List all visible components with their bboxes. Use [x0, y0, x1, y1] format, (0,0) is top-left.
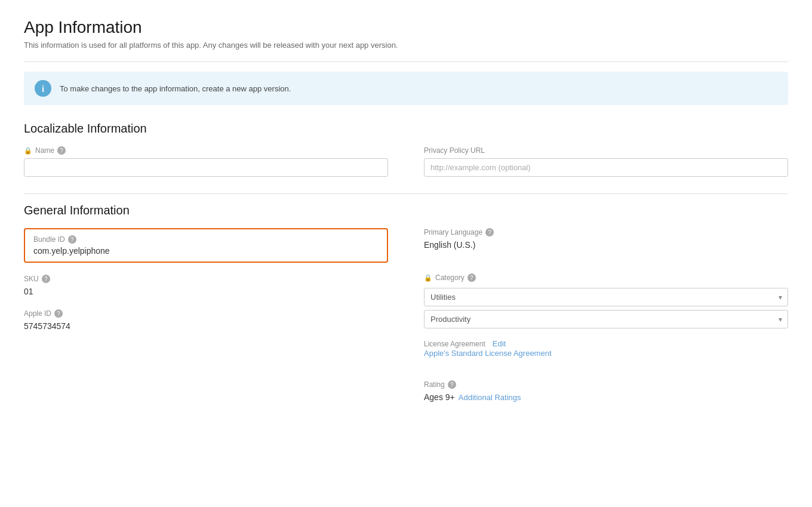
general-section: General Information Bundle ID ? com.yelp…	[24, 204, 788, 415]
info-icon: i	[35, 80, 51, 97]
license-agreement-link[interactable]: Apple's Standard License Agreement	[424, 349, 552, 358]
name-field-group: 🔒 Name ?	[24, 146, 388, 177]
category-help-icon[interactable]: ?	[467, 274, 476, 282]
bundle-id-label: Bundle ID	[33, 235, 65, 244]
sku-label-row: SKU ?	[24, 275, 388, 283]
sku-help-icon[interactable]: ?	[42, 275, 50, 283]
name-help-icon[interactable]: ?	[57, 146, 66, 155]
localizable-fields-grid: 🔒 Name ? Privacy Policy URL	[24, 146, 788, 177]
name-input[interactable]	[24, 158, 388, 177]
sku-value: 01	[24, 285, 388, 297]
privacy-policy-field-group: Privacy Policy URL	[424, 146, 788, 177]
general-fields-grid: Bundle ID ? com.yelp.yelpiphone SKU ? 01	[24, 228, 788, 415]
apple-id-label-row: Apple ID ?	[24, 309, 388, 318]
general-section-title: General Information	[24, 204, 788, 217]
category-select-1[interactable]: Utilities	[424, 288, 788, 306]
sku-field: SKU ? 01	[24, 275, 388, 297]
bundle-id-help-icon[interactable]: ?	[68, 235, 76, 244]
category-select-wrapper: Utilities ▾	[424, 288, 788, 306]
primary-language-label: Primary Language	[424, 228, 482, 236]
rating-value-row: Ages 9+ Additional Ratings	[424, 391, 788, 403]
category-label: Category	[435, 274, 465, 282]
license-field: License Agreement Edit Apple's Standard …	[424, 339, 788, 358]
rating-label-row: Rating ?	[424, 380, 788, 389]
license-link-row: Apple's Standard License Agreement	[424, 348, 788, 358]
additional-ratings-link[interactable]: Additional Ratings	[459, 393, 521, 402]
apple-id-field: Apple ID ? 5745734574	[24, 309, 388, 332]
privacy-policy-input[interactable]	[424, 158, 788, 177]
privacy-policy-label: Privacy Policy URL	[424, 146, 788, 155]
info-banner: i To make changes to the app information…	[24, 72, 788, 105]
apple-id-label: Apple ID	[24, 309, 51, 318]
localizable-section-title: Localizable Information	[24, 122, 788, 136]
rating-help-icon[interactable]: ?	[448, 380, 456, 389]
page-subtitle: This information is used for all platfor…	[24, 41, 788, 50]
category-field-group: 🔒 Category ? Utilities ▾ Productivity	[424, 274, 788, 328]
lock-icon: 🔒	[24, 147, 32, 155]
primary-language-field: Primary Language ? English (U.S.)	[424, 228, 788, 251]
header-divider	[24, 62, 788, 62]
rating-value: Ages 9+	[424, 391, 455, 403]
sku-label: SKU	[24, 275, 39, 283]
category-select-wrapper-2: Productivity ▾	[424, 310, 788, 328]
primary-language-value: English (U.S.)	[424, 239, 788, 251]
general-right-col: Primary Language ? English (U.S.) 🔒 Cate…	[424, 228, 788, 415]
bundle-id-label-row: Bundle ID ?	[33, 235, 379, 244]
category-select-2[interactable]: Productivity	[424, 310, 788, 328]
name-label: 🔒 Name ?	[24, 146, 388, 155]
apple-id-help-icon[interactable]: ?	[54, 309, 63, 318]
bundle-id-value: com.yelp.yelpiphone	[33, 246, 379, 256]
license-edit-link[interactable]: Edit	[493, 339, 506, 348]
localizable-section: Localizable Information 🔒 Name ? Privacy…	[24, 122, 788, 177]
primary-language-label-row: Primary Language ?	[424, 228, 788, 236]
info-banner-text: To make changes to the app information, …	[60, 84, 291, 93]
apple-id-value: 5745734574	[24, 320, 388, 332]
category-lock-icon: 🔒	[424, 274, 432, 282]
license-label: License Agreement	[424, 340, 485, 348]
section-divider	[24, 193, 788, 194]
bundle-id-box: Bundle ID ? com.yelp.yelpiphone	[24, 228, 388, 263]
primary-language-help-icon[interactable]: ?	[485, 228, 494, 236]
page-title: App Information	[24, 18, 788, 37]
license-label-row: License Agreement Edit	[424, 339, 788, 348]
rating-label: Rating	[424, 380, 445, 389]
rating-field: Rating ? Ages 9+ Additional Ratings	[424, 380, 788, 403]
category-label-row: 🔒 Category ?	[424, 274, 788, 282]
general-left-col: Bundle ID ? com.yelp.yelpiphone SKU ? 01	[24, 228, 388, 415]
